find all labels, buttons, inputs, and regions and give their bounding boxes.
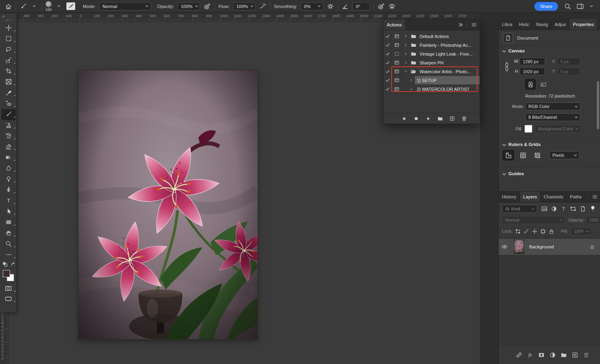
orientation-landscape-button[interactable] bbox=[538, 79, 548, 90]
layer-lock-icon[interactable] bbox=[590, 244, 595, 250]
play-button[interactable] bbox=[425, 116, 431, 122]
gear-icon[interactable] bbox=[327, 3, 334, 10]
tab-actions[interactable]: Actions bbox=[384, 20, 406, 30]
type-tool[interactable]: T bbox=[0, 195, 17, 206]
action-label[interactable]: Watercolor Artist - Photo... bbox=[418, 67, 480, 76]
action-enable-checkbox[interactable] bbox=[384, 50, 392, 58]
eyedropper-tool[interactable] bbox=[0, 87, 17, 98]
canvas-width-input[interactable]: 1280 px bbox=[520, 58, 545, 65]
orientation-portrait-button[interactable] bbox=[525, 79, 536, 90]
layer-filter-kind-select[interactable]: Kind bbox=[502, 205, 537, 213]
action-dialog-toggle[interactable] bbox=[392, 76, 402, 84]
lock-position-icon[interactable] bbox=[532, 228, 538, 234]
layer-style-button[interactable]: fx bbox=[527, 352, 534, 358]
record-button[interactable] bbox=[413, 116, 419, 122]
properties-scrollbar[interactable] bbox=[597, 81, 599, 129]
opacity-select[interactable]: 100% bbox=[178, 2, 200, 10]
search-icon[interactable] bbox=[564, 3, 571, 10]
ruler-units-select[interactable]: Pixels bbox=[549, 151, 580, 159]
action-set-row[interactable]: Watercolor Artist - Photo... bbox=[384, 67, 480, 76]
flow-select[interactable]: 100% bbox=[233, 2, 256, 10]
brush-preset-picker[interactable]: 150 bbox=[46, 1, 52, 12]
lock-all-icon[interactable] bbox=[548, 228, 554, 234]
section-chevron-icon[interactable] bbox=[502, 143, 506, 147]
filter-pixel-icon[interactable] bbox=[541, 206, 548, 212]
section-chevron-icon[interactable] bbox=[502, 49, 506, 54]
action-set-row[interactable]: Vintage Light Leak - Free... bbox=[384, 50, 480, 58]
move-tool[interactable] bbox=[0, 22, 17, 33]
link-layers-button[interactable] bbox=[516, 352, 522, 358]
quick-mask-button[interactable] bbox=[0, 283, 17, 294]
action-enable-checkbox[interactable] bbox=[384, 67, 392, 76]
zoom-tool[interactable] bbox=[0, 238, 17, 249]
expand-chevron-icon[interactable] bbox=[402, 32, 409, 40]
action-enable-checkbox[interactable] bbox=[384, 58, 392, 67]
default-colors-icon[interactable] bbox=[2, 262, 8, 267]
history-brush-tool[interactable] bbox=[0, 130, 17, 141]
brush-tool[interactable] bbox=[0, 109, 17, 120]
marquee-tool[interactable] bbox=[0, 33, 17, 44]
action-label[interactable]: Vintage Light Leak - Free... bbox=[418, 50, 480, 58]
pressure-opacity-icon[interactable] bbox=[204, 3, 211, 10]
foreground-color-swatch[interactable] bbox=[3, 270, 10, 277]
chevron-down-icon[interactable] bbox=[55, 4, 63, 8]
smoothing-select[interactable]: 0% bbox=[301, 2, 323, 10]
blend-mode-select[interactable]: Normal bbox=[99, 2, 151, 10]
layer-mask-button[interactable] bbox=[538, 352, 545, 358]
tab-history[interactable]: History bbox=[499, 192, 520, 202]
lock-transparency-icon[interactable] bbox=[515, 228, 521, 234]
edit-toolbar-tool[interactable] bbox=[0, 249, 17, 260]
tab-properties[interactable]: Properties bbox=[570, 19, 597, 30]
action-label[interactable]: 2) WATERCOLOR ARTIST bbox=[415, 85, 480, 93]
canvas-height-input[interactable]: 1920 px bbox=[520, 68, 545, 75]
lasso-tool[interactable] bbox=[0, 44, 17, 55]
layer-fill-select[interactable]: 100% bbox=[571, 227, 592, 235]
action-dialog-toggle[interactable] bbox=[392, 32, 402, 40]
home-icon[interactable] bbox=[5, 3, 12, 10]
new-set-button[interactable] bbox=[437, 116, 443, 122]
path-selection-tool[interactable] bbox=[0, 206, 17, 217]
bit-depth-select[interactable]: 8 Bits/Channel bbox=[525, 113, 580, 121]
layer-name[interactable]: Background bbox=[529, 244, 554, 249]
expand-chevron-icon[interactable] bbox=[402, 41, 409, 49]
screen-mode-button[interactable] bbox=[0, 294, 17, 304]
filter-adjustment-icon[interactable] bbox=[551, 206, 557, 212]
tab-adjustments[interactable]: Adjus bbox=[552, 19, 570, 30]
expand-chevron-icon[interactable] bbox=[402, 67, 409, 76]
toggle-grid-button[interactable] bbox=[517, 150, 528, 160]
rectangle-tool[interactable] bbox=[0, 217, 17, 228]
airbrush-icon[interactable] bbox=[259, 3, 266, 10]
action-label[interactable]: Default Actions bbox=[418, 32, 480, 40]
action-dialog-toggle[interactable] bbox=[392, 85, 402, 93]
lock-pixels-icon[interactable] bbox=[523, 228, 529, 234]
eraser-tool[interactable] bbox=[0, 141, 17, 152]
layer-visibility-toggle[interactable] bbox=[499, 239, 510, 255]
tab-navigator[interactable]: Navig bbox=[533, 19, 551, 30]
fill-color-swatch[interactable] bbox=[524, 125, 532, 133]
spot-healing-tool[interactable] bbox=[0, 98, 17, 109]
expand-chevron-icon[interactable] bbox=[408, 76, 415, 84]
fill-type-select[interactable]: Background Color bbox=[535, 125, 581, 133]
action-label[interactable]: Sharpen PH bbox=[418, 58, 480, 67]
canvas-section-header[interactable]: Canvas bbox=[508, 48, 525, 53]
new-action-button[interactable] bbox=[449, 116, 455, 122]
tools-panel-collapse[interactable]: » bbox=[0, 13, 16, 19]
canvas-x-input[interactable]: 0 px bbox=[557, 58, 580, 65]
new-layer-button[interactable] bbox=[572, 352, 578, 358]
tab-libraries[interactable]: Libra bbox=[499, 19, 516, 30]
filter-smart-object-icon[interactable] bbox=[580, 206, 586, 212]
layer-opacity-select[interactable]: 100% bbox=[586, 216, 600, 224]
pen-tool[interactable] bbox=[0, 184, 17, 195]
action-dialog-toggle[interactable] bbox=[392, 50, 402, 58]
tools-panel-grip[interactable] bbox=[5, 20, 12, 21]
object-selection-tool[interactable] bbox=[0, 55, 17, 66]
chevron-down-icon[interactable] bbox=[30, 4, 38, 8]
pressure-size-icon[interactable] bbox=[378, 3, 385, 10]
clone-stamp-tool[interactable] bbox=[0, 120, 17, 130]
expand-chevron-icon[interactable] bbox=[402, 58, 409, 67]
swap-colors-icon[interactable] bbox=[10, 262, 16, 267]
layer-row-background[interactable]: Background bbox=[499, 239, 600, 255]
chevron-down-icon[interactable] bbox=[588, 4, 595, 8]
guides-section-header[interactable]: Guides bbox=[508, 171, 524, 176]
color-mode-select[interactable]: RGB Color bbox=[525, 102, 580, 110]
